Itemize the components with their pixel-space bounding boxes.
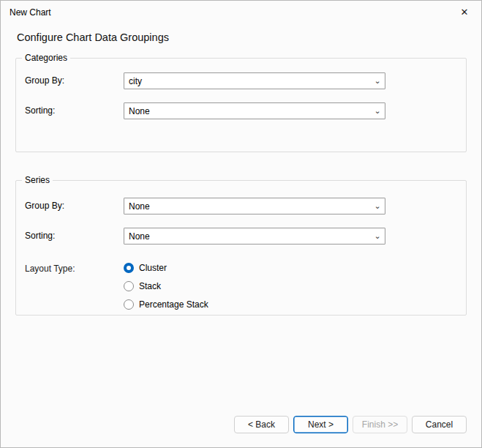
footer-button-bar: < Back Next > Finish >> Cancel [234, 416, 467, 433]
series-groupbox: Series Group By: None ⌄ Sorting: None ⌄ … [15, 180, 467, 316]
radio-stack-icon[interactable] [124, 281, 134, 291]
categories-sorting-value: None [124, 106, 370, 116]
categories-group-by-value: city [124, 76, 370, 86]
series-group-by-label: Group By: [25, 201, 64, 211]
next-button[interactable]: Next > [293, 416, 348, 433]
categories-sorting-row: Sorting: None ⌄ [25, 102, 457, 119]
chevron-down-icon: ⌄ [370, 73, 385, 89]
radio-percentage-stack-icon[interactable] [124, 299, 134, 310]
series-sorting-value: None [124, 231, 370, 242]
page-title: Configure Chart Data Groupings [17, 31, 169, 43]
finish-button[interactable]: Finish >> [353, 416, 407, 433]
categories-group-by-label: Group By: [25, 75, 64, 86]
radio-cluster-label: Cluster [139, 263, 167, 273]
categories-group-by-row: Group By: city ⌄ [25, 72, 457, 89]
categories-group-by-select[interactable]: city ⌄ [124, 72, 385, 89]
close-icon[interactable]: ✕ [448, 1, 481, 23]
series-group-by-row: Group By: None ⌄ [25, 198, 457, 214]
radio-option-cluster[interactable]: Cluster [124, 261, 167, 275]
radio-option-percentage-stack[interactable]: Percentage Stack [124, 298, 208, 311]
chevron-down-icon: ⌄ [370, 103, 385, 119]
categories-groupbox: Categories Group By: city ⌄ Sorting: Non… [15, 58, 467, 152]
layout-type-label: Layout Type: [25, 264, 75, 274]
series-group-by-value: None [124, 201, 370, 212]
series-sorting-row: Sorting: None ⌄ [25, 228, 457, 244]
radio-cluster-icon[interactable] [124, 263, 134, 273]
series-sorting-label: Sorting: [25, 231, 55, 241]
chevron-down-icon: ⌄ [370, 198, 385, 214]
categories-sorting-select[interactable]: None ⌄ [124, 102, 385, 119]
radio-stack-label: Stack [139, 281, 161, 291]
categories-legend: Categories [22, 53, 70, 63]
new-chart-dialog: { "window": { "title": "New Chart", "clo… [0, 0, 482, 448]
radio-percentage-stack-label: Percentage Stack [139, 299, 208, 310]
window-title: New Chart [1, 7, 51, 18]
series-group-by-select[interactable]: None ⌄ [124, 198, 385, 214]
cancel-button[interactable]: Cancel [412, 416, 467, 433]
title-bar: New Chart ✕ [1, 1, 481, 23]
back-button[interactable]: < Back [234, 416, 289, 433]
radio-option-stack[interactable]: Stack [124, 280, 161, 293]
series-sorting-select[interactable]: None ⌄ [124, 228, 385, 244]
chevron-down-icon: ⌄ [370, 228, 385, 244]
categories-sorting-label: Sorting: [25, 105, 55, 116]
series-legend: Series [22, 175, 53, 185]
